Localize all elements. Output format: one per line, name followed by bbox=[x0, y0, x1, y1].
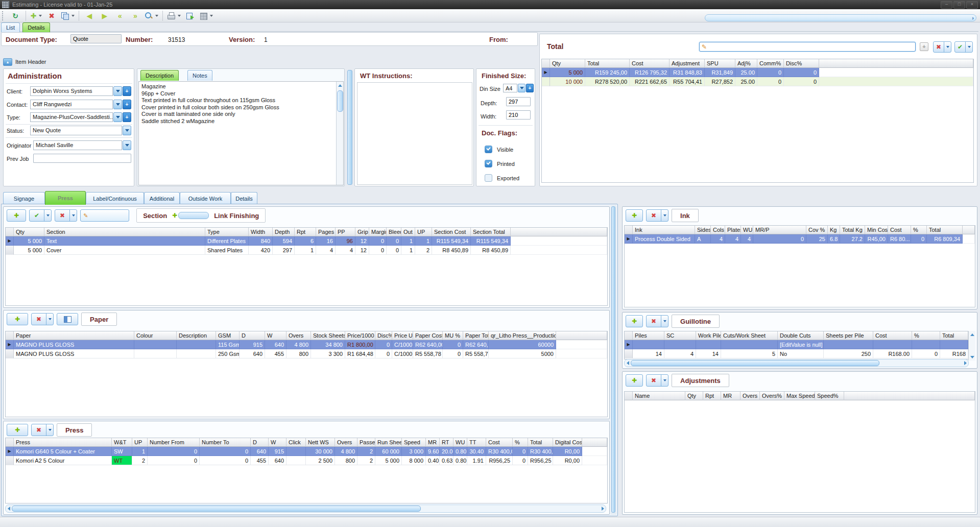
add-ink-button[interactable]: ✚ bbox=[626, 209, 643, 222]
scroll-left-icon[interactable] bbox=[625, 361, 631, 365]
prevjob-input[interactable] bbox=[33, 154, 131, 163]
grid-cell[interactable]: Text bbox=[44, 236, 205, 246]
grid-cell[interactable]: 1 bbox=[415, 236, 432, 246]
maximize-button[interactable]: □ bbox=[953, 1, 965, 9]
grid-cell[interactable]: 0 bbox=[200, 456, 251, 465]
grid-cell[interactable]: No bbox=[778, 349, 824, 358]
grid-cell[interactable]: 0.40 bbox=[426, 456, 440, 465]
table-row[interactable]: ▶Komori G640 5 Colour + CoaterSW10064091… bbox=[6, 447, 607, 456]
grid-cell[interactable]: 3 300 bbox=[311, 349, 345, 358]
column-header[interactable]: UP bbox=[415, 228, 432, 236]
scrollbar-thumb[interactable] bbox=[12, 506, 421, 512]
chevron-down-icon[interactable] bbox=[46, 314, 53, 325]
column-header[interactable]: Run Sheets bbox=[375, 438, 402, 447]
status-combo[interactable]: New Quote bbox=[30, 126, 131, 135]
exported-checkbox[interactable] bbox=[485, 174, 492, 182]
grid-cell[interactable]: 0 bbox=[369, 246, 387, 255]
table-row[interactable]: ▶5 000TextDifferent Plates84059461696120… bbox=[6, 236, 607, 246]
grid-cell[interactable]: 915 bbox=[240, 340, 265, 349]
fast-forward-icon[interactable]: » bbox=[128, 10, 142, 21]
column-header[interactable]: Adj% bbox=[735, 59, 757, 68]
column-header[interactable]: Disc% bbox=[375, 331, 392, 340]
column-header[interactable]: Number To bbox=[200, 438, 251, 447]
grid-cell[interactable] bbox=[664, 340, 696, 349]
grid-cell[interactable] bbox=[633, 340, 664, 349]
chevron-down-icon[interactable] bbox=[661, 210, 668, 221]
column-header[interactable]: Rpt bbox=[703, 392, 721, 400]
grid-cell[interactable]: 4 bbox=[711, 234, 725, 244]
column-header[interactable]: Plates bbox=[725, 226, 741, 234]
tab-details-section[interactable]: Details bbox=[231, 192, 257, 205]
grid-cell[interactable]: 6.8 bbox=[828, 234, 840, 244]
tab-list[interactable]: List bbox=[1, 22, 20, 32]
grid-cell[interactable]: 455 bbox=[265, 349, 286, 358]
scroll-up-icon[interactable] bbox=[969, 331, 975, 338]
grid-cell[interactable]: 5 bbox=[721, 349, 778, 358]
column-header[interactable]: Speed% bbox=[815, 392, 844, 400]
column-header[interactable]: SPU bbox=[705, 59, 735, 68]
grid-cell[interactable]: MAGNO PLUS GLOSS bbox=[14, 340, 134, 349]
type-combo[interactable]: Magazine-PlusCover-Saddlesti... + bbox=[30, 112, 131, 122]
section-filter-input[interactable]: ✎ bbox=[80, 209, 129, 222]
grid-cell[interactable]: 0 bbox=[757, 68, 784, 77]
chevron-right-icon[interactable]: › bbox=[972, 15, 974, 21]
grid-cell[interactable]: Different Plates bbox=[205, 236, 249, 246]
column-header[interactable]: % bbox=[912, 331, 940, 340]
link-finishing-slider[interactable] bbox=[178, 212, 209, 219]
grid-cell[interactable]: 250 bbox=[824, 349, 873, 358]
grid-cell[interactable]: R0,00 bbox=[553, 447, 582, 456]
chevron-down-icon[interactable] bbox=[46, 424, 53, 436]
grid-cell[interactable]: Komori G640 5 Colour + Coater bbox=[14, 447, 112, 456]
column-header[interactable]: Rpt bbox=[295, 228, 316, 236]
column-header[interactable]: D bbox=[251, 438, 269, 447]
grid-cell[interactable]: 915 bbox=[269, 447, 286, 456]
grid-cell[interactable] bbox=[134, 340, 177, 349]
column-header[interactable]: Depth bbox=[273, 228, 295, 236]
grid-cell[interactable]: 640 bbox=[265, 340, 286, 349]
visible-checkbox[interactable] bbox=[485, 146, 492, 153]
originator-value[interactable]: Michael Saville bbox=[33, 140, 122, 150]
grid-cell[interactable]: R278 520,00 bbox=[585, 77, 630, 86]
calculator-icon[interactable] bbox=[198, 10, 214, 21]
grid-cell[interactable]: R1 684,48 bbox=[345, 349, 375, 358]
chevron-down-icon[interactable] bbox=[661, 375, 668, 386]
column-header[interactable]: Speed bbox=[402, 438, 426, 447]
delete-total-button[interactable]: ✖ bbox=[933, 41, 951, 53]
column-header[interactable]: Double Cuts bbox=[778, 331, 824, 340]
column-header[interactable]: D bbox=[240, 331, 265, 340]
chevron-down-icon[interactable] bbox=[123, 140, 131, 150]
chevron-down-icon[interactable] bbox=[210, 15, 213, 17]
grid-cell[interactable]: 455 bbox=[251, 456, 269, 465]
description-textarea[interactable]: Magazine96pp + CoverText printed in full… bbox=[138, 81, 344, 185]
tab-additional[interactable]: Additional bbox=[144, 192, 180, 205]
grid-cell[interactable]: R6 809,34 bbox=[927, 234, 963, 244]
print-icon[interactable] bbox=[166, 10, 182, 21]
contact-value[interactable]: Cliff Rangwedzi bbox=[30, 100, 113, 109]
grid-cell[interactable]: 115 Gsm bbox=[216, 340, 240, 349]
column-header[interactable]: Total bbox=[927, 226, 963, 234]
column-header[interactable]: Kg bbox=[828, 226, 840, 234]
grid-cell[interactable]: R62 640,00 bbox=[463, 340, 489, 349]
column-header[interactable]: Sheets per Pile bbox=[824, 331, 873, 340]
grid-cell[interactable]: 0 bbox=[912, 349, 940, 358]
tab-details[interactable]: Details bbox=[22, 22, 50, 32]
column-header[interactable]: Cov % bbox=[806, 226, 828, 234]
document-type-input[interactable] bbox=[70, 34, 122, 43]
grid-cell[interactable]: 6 bbox=[295, 236, 316, 246]
chevron-down-icon[interactable] bbox=[518, 84, 525, 92]
type-value[interactable]: Magazine-PlusCover-Saddlesti... bbox=[30, 112, 113, 122]
tab-press[interactable]: Press bbox=[45, 191, 86, 205]
tab-signage[interactable]: Signage bbox=[3, 192, 45, 205]
grid-cell[interactable]: 640 bbox=[269, 456, 286, 465]
grid-cell[interactable]: 5 000 bbox=[550, 68, 585, 77]
toolbar-overflow-scrollbar[interactable]: › bbox=[705, 14, 976, 21]
grid-cell[interactable]: 5000 bbox=[489, 349, 556, 358]
grid-cell[interactable]: 25.00 bbox=[735, 77, 757, 86]
grid-cell[interactable]: 5 000 bbox=[14, 236, 44, 246]
table-row[interactable]: ▶5 000R159 245,00R126 795,32R31 848,83R3… bbox=[542, 68, 973, 77]
add-press-button[interactable]: ✚ bbox=[7, 424, 28, 436]
table-row[interactable]: MAGNO PLUS GLOSS250 Gsm6404558003 300R1 … bbox=[6, 349, 607, 358]
column-header[interactable]: Stock Sheets bbox=[311, 331, 345, 340]
chevron-down-icon[interactable] bbox=[71, 15, 75, 17]
grid-cell[interactable]: 640 bbox=[251, 447, 269, 456]
